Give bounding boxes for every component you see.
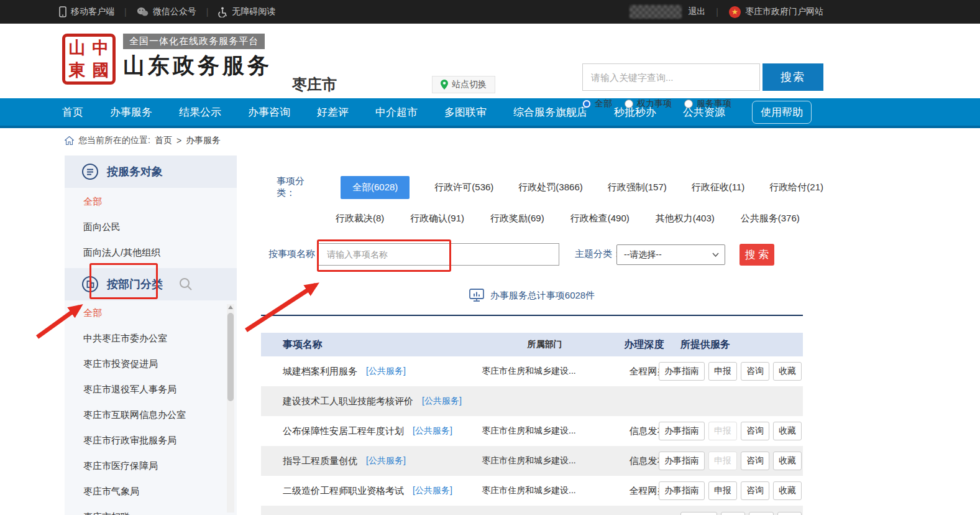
site-logo[interactable]: 山 中 東 國 全国一体化在线政务服务平台 山东政务服务 [62, 34, 272, 85]
action-button[interactable]: 办事指南 [659, 452, 705, 470]
category-chip[interactable]: 行政给付(21) [769, 182, 823, 193]
item-name-link[interactable]: 城建档案利用服务 [283, 366, 357, 378]
action-button[interactable]: 申报 [708, 481, 737, 500]
category-chip[interactable]: 行政检查(490) [570, 213, 630, 225]
mobile-client-link[interactable]: 移动客户端 [59, 6, 114, 17]
category-chip[interactable]: 行政奖励(69) [490, 213, 544, 225]
department-list: 全部中共枣庄市委办公室枣庄市投资促进局枣庄市退役军人事务局枣庄市互联网信息办公室… [65, 300, 237, 515]
nav-item[interactable]: 使用帮助 [752, 101, 812, 124]
nav-item[interactable]: 办事咨询 [248, 105, 290, 119]
sidebar: 按服务对象 全部面向公民面向法人/其他组织 按部门分类 全部中共枣庄市委办公室枣… [65, 155, 237, 515]
item-actions: 办事指南申报咨询收藏 [680, 481, 803, 500]
total-items-text: 办事服务总计事项6028件 [490, 290, 595, 302]
gov-portal-link[interactable]: 枣庄市政府门户网站 [729, 6, 823, 18]
category-chip[interactable]: 公共服务(376) [741, 213, 800, 225]
category-chip[interactable]: 行政强制(157) [608, 182, 667, 193]
scope-radio[interactable]: 服务事项 [684, 98, 731, 109]
category-chip[interactable]: 全部(6028) [341, 176, 410, 199]
action-button[interactable]: 咨询 [741, 481, 769, 500]
action-button[interactable]: 咨询 [741, 452, 769, 470]
sidebar-item[interactable]: 枣庄市投资促进局 [65, 351, 237, 377]
topic-label: 主题分类： [575, 248, 621, 260]
action-button[interactable]: 办事指南 [659, 481, 705, 500]
scrollbar-thumb[interactable] [227, 313, 234, 401]
sidebar-item[interactable]: 全部 [65, 300, 237, 326]
nav-item[interactable]: 多图联审 [444, 105, 487, 119]
service-tag-link[interactable]: [公共服务] [422, 396, 462, 407]
category-chip[interactable]: 行政裁决(8) [336, 213, 384, 225]
service-tag-link[interactable]: [公共服务] [366, 366, 406, 377]
nav-item[interactable]: 好差评 [317, 105, 349, 119]
category-chip[interactable]: 行政处罚(3866) [518, 182, 582, 193]
scroll-up-arrow-icon[interactable] [228, 305, 233, 309]
action-button[interactable] [777, 512, 802, 515]
breadcrumb-home-link[interactable]: 首页 [155, 135, 172, 146]
sidebar-item-label: 枣庄市投资促进局 [83, 358, 158, 369]
breadcrumb-current: 办事服务 [186, 135, 221, 146]
scope-radio[interactable]: 权力事项 [625, 98, 672, 109]
sidebar-item-label: 面向公民 [83, 221, 121, 232]
logout-link[interactable]: 退出 [688, 6, 705, 17]
category-chip[interactable]: 行政许可(536) [434, 182, 493, 193]
item-name-link[interactable]: 二级造价工程师职业资格考试 [283, 485, 404, 497]
sidebar-item-label: 面向法人/其他组织 [83, 247, 160, 258]
action-button[interactable]: 收藏 [773, 481, 802, 500]
action-button[interactable] [749, 512, 773, 515]
wechat-link[interactable]: 微信公众号 [137, 6, 196, 17]
sidebar-item[interactable]: 面向公民 [65, 215, 237, 240]
keyword-search-input[interactable] [582, 63, 760, 91]
by-department-header[interactable]: 按部门分类 [65, 268, 237, 300]
nav-item[interactable]: 中介超市 [375, 105, 418, 119]
action-button[interactable]: 申报 [708, 422, 737, 440]
nav-item[interactable]: 办事服务 [110, 105, 152, 119]
accessibility-link[interactable]: 无障碍阅读 [218, 6, 275, 17]
item-name-link[interactable]: 指导工程质量创优 [283, 455, 357, 467]
sidebar-item-label: 枣庄市退役军人事务局 [83, 384, 176, 394]
sidebar-item[interactable]: 枣庄市退役军人事务局 [65, 377, 237, 402]
sidebar-item[interactable]: 枣庄市医疗保障局 [65, 453, 237, 479]
item-name-input[interactable] [318, 243, 559, 266]
action-button[interactable]: 申报 [708, 362, 737, 381]
scope-radio[interactable]: 全部 [582, 98, 612, 109]
nav-item[interactable]: 首页 [62, 105, 83, 119]
item-search-button[interactable]: 搜 索 [740, 244, 774, 266]
action-button[interactable]: 申报 [708, 452, 737, 470]
by-service-object-header[interactable]: 按服务对象 [65, 155, 237, 188]
action-button[interactable]: 办事指南 [659, 422, 705, 440]
category-chip[interactable]: 行政征收(11) [692, 182, 745, 193]
topic-select[interactable]: --请选择-- [616, 244, 725, 265]
separator: | [124, 7, 127, 17]
action-button[interactable]: 咨询 [741, 422, 769, 440]
home-icon [65, 136, 74, 145]
department-search-icon[interactable] [178, 277, 193, 292]
nav-item-label: 使用帮助 [761, 106, 803, 118]
item-name-link[interactable]: 公布保障性安居工程年度计划 [283, 425, 404, 437]
service-tag-link[interactable]: [公共服务] [366, 455, 406, 466]
action-button[interactable]: 收藏 [773, 362, 802, 381]
sidebar-item[interactable]: 中共枣庄市委办公室 [65, 326, 237, 351]
table-row: 城建档案利用服务 [公共服务] 枣庄市住房和城乡建设... 全程网办 办事指南申… [261, 356, 803, 386]
service-tag-link[interactable]: [公共服务] [413, 425, 452, 437]
item-name-link[interactable]: 建设技术工人职业技能考核评价 [283, 396, 413, 407]
action-button[interactable]: 办事指南 [659, 362, 705, 381]
action-button[interactable]: 咨询 [741, 362, 769, 381]
sidebar-item[interactable]: 全部 [65, 189, 237, 215]
nav-item[interactable]: 综合服务旗舰店 [513, 105, 587, 119]
sidebar-item[interactable]: 枣庄市妇联 [65, 504, 237, 515]
service-tag-link[interactable]: [公共服务] [413, 485, 452, 496]
category-chip[interactable]: 其他权力(403) [656, 213, 715, 225]
action-button[interactable] [721, 512, 745, 515]
sidebar-item[interactable]: 枣庄市互联网信息办公室 [65, 402, 237, 428]
nav-item-label: 综合服务旗舰店 [513, 106, 587, 118]
action-button[interactable]: 收藏 [773, 452, 802, 470]
site-switch-button[interactable]: 站点切换 [432, 76, 495, 93]
nav-item[interactable]: 结果公示 [179, 105, 221, 119]
keyword-search-button[interactable]: 搜索 [762, 63, 823, 91]
action-button[interactable]: 收藏 [773, 422, 802, 440]
sidebar-item[interactable]: 枣庄市气象局 [65, 479, 237, 504]
sidebar-item[interactable]: 枣庄市行政审批服务局 [65, 428, 237, 453]
sidebar-item[interactable]: 面向法人/其他组织 [65, 240, 237, 266]
department-scrollbar[interactable] [227, 304, 234, 513]
action-button[interactable] [680, 512, 717, 515]
category-chip[interactable]: 行政确认(91) [410, 213, 464, 225]
